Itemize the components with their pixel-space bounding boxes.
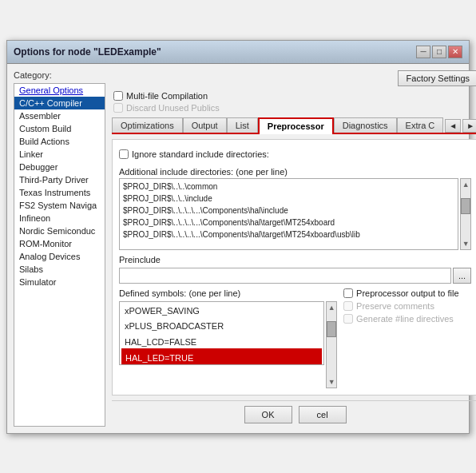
multi-file-checkbox[interactable] [113,91,123,101]
generate-hash-label[interactable]: Generate #line directives [343,314,471,324]
include-dirs-section: Additional include directories: (one per… [119,167,471,250]
sidebar-item-debugger[interactable]: Debugger [14,161,105,173]
tab-output[interactable]: Output [183,117,227,133]
main-content: Factory Settings Multi-file Compilation … [112,70,476,427]
checkbox-row: Multi-file Compilation Discard Unused Pu… [113,91,476,113]
include-dir-item: $PROJ_DIR$\..\..\..\...\Components\hal\t… [123,229,454,240]
preprocessor-output-checkbox[interactable] [343,288,353,298]
symbols-list[interactable]: xPOWER_SAVING xPLUS_BROADCASTER HAL_LCD=… [119,301,324,365]
sidebar-item-nordic[interactable]: Nordic Semiconduc [14,225,105,237]
include-dirs-label: Additional include directories: (one per… [119,167,471,177]
preserve-comments-checkbox[interactable] [343,301,353,311]
sidebar-item-general[interactable]: General Options [14,84,105,97]
sidebar-item-texas[interactable]: Texas Instruments [14,186,105,199]
preprocessor-output-label[interactable]: Preprocessor output to file [343,288,471,298]
close-button[interactable]: ✕ [448,46,462,58]
sidebar: Category: General Options C/C++ Compiler… [14,70,105,427]
sidebar-item-linker[interactable]: Linker [14,148,105,161]
tabs-container: Optimizations Output List Preprocessor D… [112,117,476,134]
sidebar-item-analog[interactable]: Analog Devices [14,250,105,263]
tab-nav-right[interactable]: ► [462,119,476,133]
preserve-comments-label[interactable]: Preserve comments [343,301,471,311]
sidebar-item-simulator[interactable]: Simulator [14,276,105,288]
symbol-item-hal-led: HAL_LED=TRUE [123,350,320,364]
title-bar-controls: ─ □ ✕ [416,46,462,58]
ignore-include-checkbox[interactable] [119,149,129,159]
category-list: General Options C/C++ Compiler Assembler… [14,83,105,427]
symbols-scrollbar[interactable]: ▲ ▼ [326,301,337,388]
sidebar-item-third-party[interactable]: Third-Party Driver [14,173,105,186]
include-dirs-container: $PROJ_DIR$\..\..\common $PROJ_DIR$\..\..… [119,178,471,250]
sidebar-item-infineon[interactable]: Infineon [14,212,105,225]
symbol-item-hal-lcd: HAL_LCD=FALSE [123,335,320,351]
ignore-row: Ignore standard include directories: [119,146,471,162]
factory-settings-button[interactable]: Factory Settings [398,70,476,86]
minimize-button[interactable]: ─ [416,46,430,58]
include-dir-item: $PROJ_DIR$\..\..\..\...\Components\hal\t… [123,217,454,229]
symbols-right: Preprocessor output to file Preserve com… [343,288,471,388]
include-dir-item: $PROJ_DIR$\..\..\..\...\Components\hal\i… [123,205,454,217]
sidebar-item-build-actions[interactable]: Build Actions [14,135,105,148]
tab-optimizations[interactable]: Optimizations [112,117,183,133]
symbol-item-power-saving: xPOWER_SAVING [123,304,320,320]
sidebar-item-cpp-compiler[interactable]: C/C++ Compiler [14,97,105,109]
include-dir-item: $PROJ_DIR$\..\..\include [123,193,454,205]
tab-extra[interactable]: Extra C [397,117,444,133]
bottom-row: OK cel [112,400,476,427]
factory-settings-row: Factory Settings [112,70,476,86]
sidebar-item-custom-build[interactable]: Custom Build [14,122,105,135]
category-label: Category: [14,70,105,80]
tab-preprocessor[interactable]: Preprocessor [258,117,334,134]
cancel-button[interactable]: cel [299,406,347,423]
include-dirs-list[interactable]: $PROJ_DIR$\..\..\common $PROJ_DIR$\..\..… [119,178,458,250]
sidebar-item-assembler[interactable]: Assembler [14,109,105,122]
tab-nav-left[interactable]: ◄ [445,119,461,133]
sidebar-item-rom-monitor[interactable]: ROM-Monitor [14,237,105,250]
discard-unused-checkbox[interactable] [113,103,123,113]
preinclude-section: Preinclude ... [119,255,471,284]
defined-symbols-label: Defined symbols: (one per line) [119,288,337,298]
ok-button[interactable]: OK [244,406,292,423]
maximize-button[interactable]: □ [432,46,446,58]
preinclude-label: Preinclude [119,255,471,264]
include-dirs-scrollbar[interactable]: ▲ ▼ [460,178,471,250]
scroll-thumb [461,198,470,214]
symbols-left: Defined symbols: (one per line) xPOWER_S… [119,288,337,388]
preinclude-input[interactable] [119,268,451,284]
options-dialog: Options for node "LEDExample" ─ □ ✕ Cate… [6,40,470,434]
tab-list[interactable]: List [227,117,258,133]
preinclude-input-row: ... [119,268,471,284]
symbols-list-container: xPOWER_SAVING xPLUS_BROADCASTER HAL_LCD=… [119,301,337,388]
multi-file-label[interactable]: Multi-file Compilation [113,91,476,101]
preinclude-browse-button[interactable]: ... [453,268,471,284]
include-dir-item: $PROJ_DIR$\..\..\common [123,181,454,193]
dialog-title: Options for node "LEDExample" [14,46,161,58]
tab-diagnostics[interactable]: Diagnostics [334,117,397,133]
title-bar: Options for node "LEDExample" ─ □ ✕ [7,41,469,64]
symbols-scroll-thumb [327,321,336,337]
discard-unused-label[interactable]: Discard Unused Publics [113,103,476,113]
sidebar-item-fs2[interactable]: FS2 System Naviga [14,199,105,212]
sidebar-item-silabs[interactable]: Silabs [14,263,105,276]
defined-symbols-section: Defined symbols: (one per line) xPOWER_S… [119,288,471,388]
tab-content: Ignore standard include directories: Add… [112,139,476,395]
symbol-item-plus-broadcaster: xPLUS_BROADCASTER [123,319,320,335]
generate-hash-checkbox[interactable] [343,314,353,324]
dialog-body: Category: General Options C/C++ Compiler… [7,64,469,433]
